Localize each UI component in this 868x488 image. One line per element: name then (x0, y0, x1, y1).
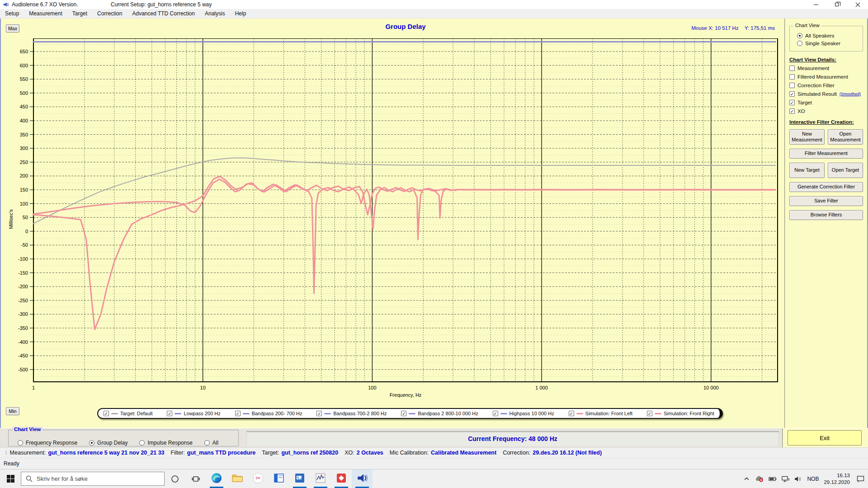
taskbar-clock[interactable]: 16.13 29.12.2020 (824, 472, 850, 485)
start-button[interactable] (0, 469, 21, 488)
menu-analysis[interactable]: Analysis (200, 9, 230, 18)
taskbar-red-diamond-app-button[interactable] (331, 469, 352, 488)
smoothed-link[interactable]: (Smoothed) (840, 92, 861, 96)
interactive-filter-creation-heading: Interactive Filter Creation: (789, 119, 863, 125)
menu-target[interactable]: Target (67, 9, 92, 18)
series-simulation-front-left (33, 177, 775, 329)
open-target-button[interactable]: Open Target (828, 163, 863, 178)
detail-filtered-measurement[interactable]: Filtered Measurement (789, 74, 863, 80)
close-icon (855, 2, 860, 7)
detail-checkbox[interactable] (789, 83, 795, 88)
status-value: 2 Octaves (357, 450, 383, 456)
taskbar-audiolense-button[interactable] (352, 469, 373, 488)
network-icon[interactable] (782, 476, 789, 482)
restore-button[interactable] (826, 0, 847, 9)
legend-checkbox[interactable]: ✓ (401, 411, 406, 416)
open-measurement-button[interactable]: Open Measurement (828, 129, 863, 145)
detail-checkbox[interactable]: ✓ (789, 108, 795, 114)
detail-correction-filter[interactable]: Correction Filter (789, 83, 863, 88)
clock-date: 29.12.2020 (824, 479, 850, 485)
audiolense-app-icon (3, 1, 9, 8)
y-tick-label: -50 (21, 242, 28, 248)
taskbar-graph-app-button[interactable] (310, 469, 331, 488)
detail-checkbox[interactable] (789, 74, 795, 80)
radio-single-speaker[interactable]: Single Speaker (797, 41, 860, 46)
tray-chevron-up-icon[interactable] (744, 476, 750, 482)
x-tick-label: 100 (368, 385, 376, 390)
legend-checkbox[interactable]: ✓ (493, 411, 498, 416)
legend-checkbox[interactable]: ✓ (647, 411, 652, 416)
status-xo: XO:2 Octaves (344, 450, 383, 456)
menu-correction[interactable]: Correction (92, 9, 127, 18)
minimize-icon (814, 5, 818, 5)
radio-frequency-response[interactable]: Frequency Response (18, 440, 77, 446)
button-row: New MeasurementOpen Measurement (789, 129, 863, 145)
menu-help[interactable]: Help (230, 9, 251, 18)
detail-target[interactable]: ✓Target (789, 100, 863, 105)
taskbar-edge-browser-button[interactable] (206, 469, 227, 488)
browse-filters-button[interactable]: Browse Filters (789, 210, 863, 220)
menu-measurement[interactable]: Measurement (24, 9, 67, 18)
minimize-button[interactable] (806, 0, 826, 9)
exit-button[interactable]: Exit (788, 430, 862, 446)
close-button[interactable] (847, 0, 868, 9)
title-bar: Audiolense 6.7 XO Version. Current Setup… (0, 0, 868, 9)
system-tray: NOB 16.13 29.12.2020 (744, 472, 868, 485)
new-target-button[interactable]: New Target (789, 163, 825, 178)
legend-checkbox[interactable]: ✓ (316, 411, 322, 416)
detail-checkbox[interactable]: ✓ (789, 91, 795, 97)
volume-icon[interactable] (794, 476, 802, 482)
file-explorer-icon (231, 472, 243, 486)
task-view-button[interactable] (185, 469, 206, 488)
detail-checkbox[interactable]: ✓ (789, 100, 795, 105)
generate-correction-filter-button[interactable]: Generate Correction Filter (789, 182, 863, 192)
action-center-icon[interactable] (857, 475, 864, 482)
group-delay-plot[interactable]: 650600550500450400350300250200150100500-… (1, 38, 786, 400)
status-value: gut_horns ref 250820 (281, 450, 338, 456)
radio-all-speakers[interactable]: All Speakers (797, 33, 860, 38)
current-frequency-text: Current Frequency: 48 000 Hz (468, 435, 557, 442)
detail-measurement[interactable]: Measurement (789, 66, 863, 71)
save-filter-button[interactable]: Save Filter (789, 196, 863, 206)
radio-group-delay[interactable]: Group Delay (89, 440, 127, 446)
radio-icon (89, 440, 94, 446)
bottom-chart-view-label: Chart View (12, 427, 42, 432)
legend-label: Bandpass 2 800-10 000 Hz (418, 411, 478, 416)
taskbar-search-input[interactable]: Skriv her for å søke (21, 472, 165, 486)
x-tick-label: 10 (200, 385, 206, 390)
radio-impulse-response[interactable]: Impulse Response (139, 440, 192, 446)
status-correction: Correction:29.des.20 16.12 (Not filed) (503, 450, 602, 456)
cortana-button[interactable] (165, 469, 185, 488)
menu-advanced-ttd-correction[interactable]: Advanced TTD Correction (127, 9, 200, 18)
detail-simulated-result[interactable]: ✓Simulated Result(Smoothed) (789, 91, 863, 97)
detail-xo[interactable]: ✓XO (789, 108, 863, 114)
battery-icon[interactable] (769, 476, 777, 482)
window-title: Audiolense 6.7 XO Version. (12, 1, 78, 8)
ready-bar: Ready (0, 458, 868, 469)
menu-setup[interactable]: Setup (0, 9, 24, 18)
photo-app-icon (294, 472, 306, 486)
language-indicator[interactable]: NOB (807, 476, 819, 482)
legend-label: Target: Default (120, 411, 153, 416)
legend-checkbox[interactable]: ✓ (104, 411, 109, 416)
taskbar-photo-app-button[interactable] (289, 469, 310, 488)
y-tick-label: 650 (20, 49, 28, 54)
onedrive-error-icon[interactable] (755, 475, 764, 482)
legend-item-target-default: ✓Target: Default (104, 411, 153, 416)
chart-max-button[interactable]: Max (6, 24, 19, 33)
radio-all[interactable]: All (204, 440, 218, 446)
button-row: Browse Filters (789, 210, 863, 220)
red-diamond-app-icon (335, 472, 347, 486)
chart-min-button[interactable]: Min (6, 407, 19, 415)
legend-checkbox[interactable]: ✓ (167, 411, 172, 416)
taskbar-blue-window-app-button[interactable] (269, 469, 289, 488)
taskbar-file-explorer-button[interactable] (227, 469, 248, 488)
legend-color-dash (655, 413, 661, 414)
detail-checkbox[interactable] (789, 66, 795, 71)
chart-view-group-label: Chart View (793, 23, 821, 28)
filter-measurement-button[interactable]: Filter Measurement (789, 149, 863, 159)
legend-checkbox[interactable]: ✓ (569, 411, 574, 416)
taskbar-snipping-tool-button[interactable]: ✂ (248, 469, 269, 488)
new-measurement-button[interactable]: New Measurement (789, 129, 825, 145)
legend-checkbox[interactable]: ✓ (235, 411, 241, 416)
